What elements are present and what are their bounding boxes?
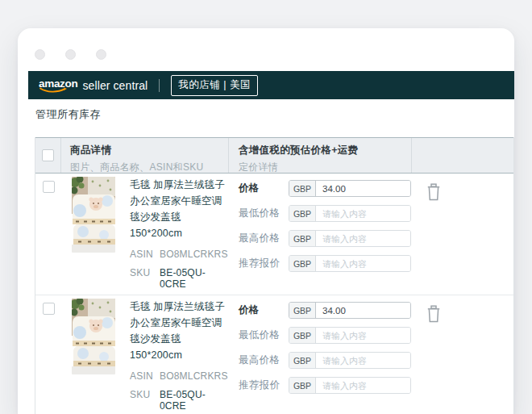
currency-prefix: GBP — [289, 231, 316, 246]
price-column-header: 含增值税的预估价格+运费 定价详情 — [229, 138, 412, 173]
product-image[interactable] — [72, 177, 115, 253]
product-cell: 毛毯 加厚法兰绒毯子 办公室居家午睡空调毯沙发盖毯 150*200cm ASIN… — [61, 174, 229, 295]
sku-row: SKU BE-05QU-0CRE — [130, 267, 229, 290]
delete-row-button[interactable] — [426, 305, 442, 324]
min-price-label: 最低价格 — [239, 207, 289, 220]
price-field: 价格 GBP — [239, 180, 412, 197]
max-price-label: 最高价格 — [239, 353, 289, 367]
window-dot-icon[interactable] — [96, 49, 106, 60]
sku-label: SKU — [130, 267, 160, 290]
asin-row: ASIN BO8MLCRKRS — [130, 249, 229, 260]
asin-label: ASIN — [130, 370, 160, 382]
row-select-cell — [35, 174, 61, 295]
pricing-cell: 价格 GBP 最低价格 GBP 最高价格 GBP — [229, 174, 412, 295]
window-dot-icon[interactable] — [35, 49, 45, 60]
product-text-block: 毛毯 加厚法兰绒毯子 办公室居家午睡空调毯沙发盖毯 150*200cm ASIN… — [130, 299, 229, 414]
store-country-badge[interactable]: 我的店铺 | 美国 — [171, 75, 258, 96]
suggested-price-label: 推荐报价 — [239, 257, 289, 270]
suggested-price-input[interactable] — [316, 256, 410, 271]
sku-row: SKU BE-05QU-0CRE — [130, 389, 229, 412]
currency-prefix: GBP — [289, 378, 316, 393]
price-column-subtitle: 定价详情 — [239, 161, 411, 174]
price-field-label: 价格 — [239, 303, 289, 317]
blanket-photo-illustration — [72, 299, 115, 374]
sku-label: SKU — [130, 389, 160, 412]
price-input[interactable] — [316, 181, 410, 196]
currency-prefix: GBP — [289, 181, 316, 196]
action-column-header — [412, 138, 513, 173]
product-text-block: 毛毯 加厚法兰绒毯子 办公室居家午睡空调毯沙发盖毯 150*200cm ASIN… — [130, 177, 229, 295]
asin-value: BO8MLCRKRS — [160, 370, 228, 382]
trash-icon — [426, 305, 442, 324]
product-title-link[interactable]: 毛毯 加厚法兰绒毯子 办公室居家午睡空调毯沙发盖毯 150*200cm — [130, 177, 229, 241]
currency-prefix: GBP — [289, 256, 316, 271]
product-column-header: 商品详情 图片、商品名称、ASIN和SKU — [61, 138, 229, 173]
suggested-price-field: 推荐报价 GBP — [239, 377, 412, 394]
currency-prefix: GBP — [289, 353, 316, 368]
price-field: 价格 GBP — [239, 302, 412, 319]
row-select-cell — [35, 295, 61, 414]
product-image[interactable] — [72, 299, 115, 374]
price-column-title: 含增值税的预估价格+运费 — [239, 144, 411, 157]
max-price-field: 最高价格 GBP — [239, 230, 412, 247]
table-row: 毛毯 加厚法兰绒毯子 办公室居家午睡空调毯沙发盖毯 150*200cm ASIN… — [35, 174, 513, 295]
max-price-input[interactable] — [316, 353, 410, 368]
asin-value: BO8MLCRKRS — [160, 249, 228, 260]
min-price-input[interactable] — [316, 206, 410, 221]
suggested-price-label: 推荐报价 — [239, 378, 289, 392]
table-header-row: 商品详情 图片、商品名称、ASIN和SKU 含增值税的预估价格+运费 定价详情 — [35, 137, 513, 174]
currency-prefix: GBP — [289, 206, 316, 221]
row-checkbox[interactable] — [43, 303, 55, 315]
sku-value-link[interactable]: BE-05QU-0CRE — [160, 267, 229, 290]
currency-prefix: GBP — [289, 303, 316, 318]
seller-central-label: seller central — [82, 79, 148, 92]
suggested-price-field: 推荐报价 GBP — [239, 255, 412, 272]
inventory-table: 商品详情 图片、商品名称、ASIN和SKU 含增值税的预估价格+运费 定价详情 — [35, 137, 514, 414]
price-input[interactable] — [316, 303, 410, 318]
product-column-subtitle: 图片、商品名称、ASIN和SKU — [70, 161, 228, 174]
min-price-field: 最低价格 GBP — [239, 205, 412, 222]
asin-row: ASIN BO8MLCRKRS — [130, 370, 229, 382]
page-title: 管理所有库存 — [35, 107, 101, 122]
app-header-bar: amazon seller central 我的店铺 | 美国 — [28, 71, 514, 99]
product-title-link[interactable]: 毛毯 加厚法兰绒毯子 办公室居家午睡空调毯沙发盖毯 150*200cm — [130, 299, 229, 363]
table-row: 毛毯 加厚法兰绒毯子 办公室居家午睡空调毯沙发盖毯 150*200cm ASIN… — [35, 295, 513, 414]
window-dot-icon[interactable] — [65, 49, 76, 60]
row-actions-cell — [412, 295, 513, 414]
currency-prefix: GBP — [289, 328, 316, 343]
blanket-photo-illustration — [72, 177, 115, 253]
window-controls — [35, 49, 106, 60]
product-cell: 毛毯 加厚法兰绒毯子 办公室居家午睡空调毯沙发盖毯 150*200cm ASIN… — [61, 295, 229, 414]
amazon-logo[interactable]: amazon — [39, 78, 77, 92]
browser-window: amazon seller central 我的店铺 | 美国 管理所有库存 商… — [18, 28, 514, 414]
select-all-checkbox[interactable] — [42, 149, 54, 161]
min-price-field: 最低价格 GBP — [239, 327, 412, 344]
max-price-label: 最高价格 — [239, 232, 289, 245]
max-price-input[interactable] — [316, 231, 410, 246]
min-price-input[interactable] — [316, 328, 410, 343]
product-column-title: 商品详情 — [70, 144, 228, 157]
header-divider — [159, 79, 160, 92]
amazon-smile-icon — [39, 87, 69, 94]
pricing-cell: 价格 GBP 最低价格 GBP 最高价格 GBP — [229, 295, 412, 414]
select-all-cell — [35, 138, 61, 173]
max-price-field: 最高价格 GBP — [239, 352, 412, 369]
row-actions-cell — [412, 174, 513, 295]
price-field-label: 价格 — [239, 182, 289, 195]
min-price-label: 最低价格 — [239, 328, 289, 342]
row-checkbox[interactable] — [43, 181, 55, 193]
sku-value-link[interactable]: BE-05QU-0CRE — [160, 389, 229, 412]
suggested-price-input[interactable] — [316, 378, 410, 393]
trash-icon — [426, 183, 442, 202]
asin-label: ASIN — [130, 249, 160, 260]
delete-row-button[interactable] — [426, 183, 442, 202]
